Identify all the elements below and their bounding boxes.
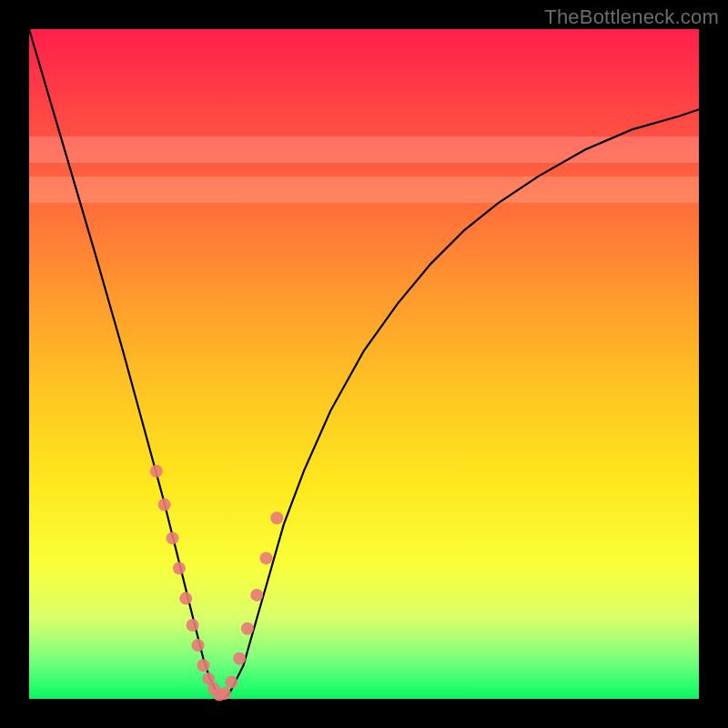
highlight-dot <box>150 465 163 478</box>
highlight-dot <box>270 511 283 524</box>
highlight-dot <box>167 531 179 544</box>
highlight-dot <box>241 622 254 635</box>
highlight-dot <box>225 676 238 689</box>
highlight-dots-group <box>150 465 283 702</box>
highlight-dot <box>218 687 231 700</box>
highlight-dot <box>187 619 199 632</box>
bottleneck-curve <box>29 29 699 699</box>
watermark-text: TheBottleneck.com <box>544 5 719 29</box>
highlight-dot <box>260 551 273 564</box>
chart-svg <box>29 29 699 699</box>
highlight-dot <box>179 592 192 605</box>
highlight-dot <box>173 562 186 575</box>
highlight-dot <box>233 652 246 665</box>
chart-frame: TheBottleneck.com <box>0 0 728 728</box>
highlight-dot <box>192 639 205 652</box>
highlight-dot <box>197 659 209 672</box>
highlight-dot <box>250 589 263 602</box>
plot-area <box>29 29 699 699</box>
highlight-dot <box>158 499 171 511</box>
